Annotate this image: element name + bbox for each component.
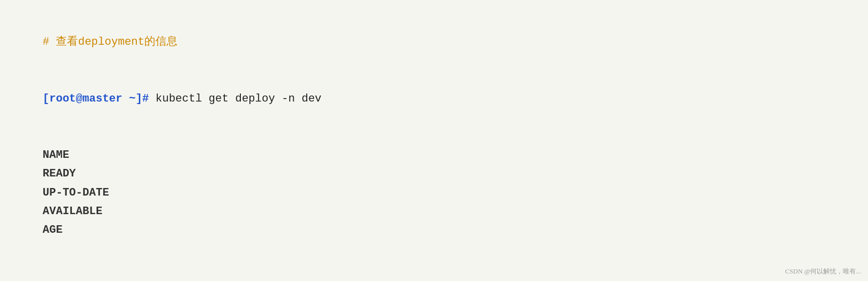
terminal-content: # 查看deployment的信息 [root@master ~]# kubec…	[16, 14, 852, 281]
command-line-1: [root@master ~]# kubectl get deploy -n d…	[16, 70, 852, 127]
watermark: CSDN @何以解忧，唯有...	[785, 267, 861, 276]
table-header-1: NAME READY UP-TO-DATE AVAILABLE AGE	[16, 127, 852, 258]
table-row-1: nginx 3/3 3 3 2m42s	[16, 258, 852, 281]
comment-line-1: # 查看deployment的信息	[16, 14, 852, 70]
